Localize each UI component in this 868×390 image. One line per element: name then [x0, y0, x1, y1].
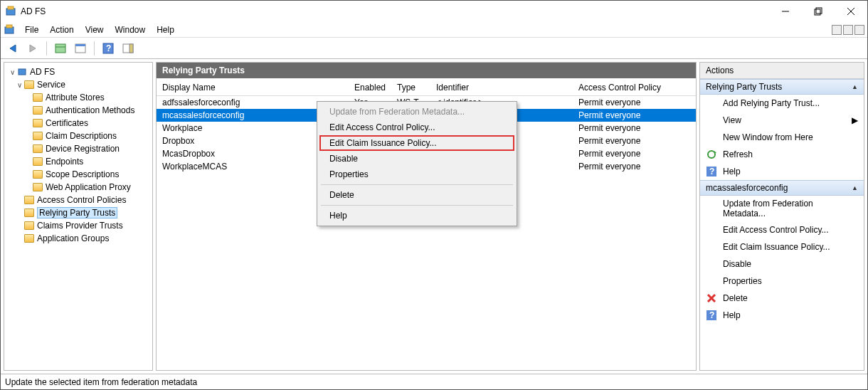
folder-icon	[33, 132, 43, 140]
actions-group-selected[interactable]: mcassalesforceconfig▲	[700, 180, 864, 196]
action-item[interactable]: Add Relying Party Trust...	[700, 95, 864, 112]
context-menu-item[interactable]: Edit Claim Issuance Policy...	[319, 135, 514, 151]
tree-item[interactable]: Scope Descriptions	[4, 168, 152, 181]
menu-file[interactable]: File	[19, 25, 44, 35]
svg-text:?: ?	[709, 310, 714, 320]
svg-marker-10	[30, 45, 36, 52]
minimize-button[interactable]	[769, 1, 802, 22]
tree-item[interactable]: Access Control Policies	[4, 194, 152, 206]
actions-header: Actions	[700, 63, 864, 79]
blank-icon	[706, 224, 717, 236]
help-icon: ?	[706, 166, 717, 177]
blank-icon	[706, 115, 717, 126]
action-item[interactable]: Update from Federation Metadata...	[700, 196, 864, 221]
blank-icon	[706, 98, 717, 109]
delete-icon	[706, 292, 717, 304]
close-button[interactable]	[835, 1, 867, 22]
collapse-icon: ▲	[852, 184, 858, 191]
submenu-arrow-icon: ▶	[852, 115, 858, 125]
blank-icon	[706, 132, 717, 143]
tree-item[interactable]: Web Application Proxy	[4, 181, 152, 194]
mdi-minimize-button[interactable]	[832, 25, 842, 35]
col-enabled[interactable]: Enabled	[354, 83, 397, 93]
context-menu-item[interactable]: Disable	[319, 151, 514, 167]
column-headers[interactable]: Display Name Enabled Type Identifier Acc…	[157, 78, 696, 96]
svg-rect-4	[816, 8, 822, 14]
collapse-icon: ▲	[852, 83, 858, 90]
context-menu-item[interactable]: Edit Access Control Policy...	[319, 120, 514, 135]
maximize-button[interactable]	[802, 1, 835, 22]
tree-item[interactable]: Attribute Stores	[4, 91, 152, 104]
tree-item[interactable]: Endpoints	[4, 155, 152, 168]
blank-icon	[706, 203, 717, 214]
tree-item[interactable]: Claim Descriptions	[4, 130, 152, 142]
svg-rect-1	[8, 6, 14, 9]
tree-service[interactable]: ∨Service	[4, 78, 152, 91]
action-item[interactable]: Delete	[700, 290, 864, 307]
svg-point-20	[708, 151, 715, 158]
center-header: Relying Party Trusts	[157, 63, 696, 78]
show-hide-tree-button[interactable]	[53, 41, 68, 56]
folder-icon	[33, 106, 43, 115]
menu-view[interactable]: View	[80, 25, 110, 35]
mdi-restore-button[interactable]	[843, 25, 853, 35]
col-display-name[interactable]: Display Name	[162, 83, 354, 93]
show-hide-action-pane-button[interactable]	[120, 41, 136, 56]
context-menu-item[interactable]: Help	[319, 208, 514, 223]
back-button[interactable]	[5, 41, 21, 56]
tree-item[interactable]: Claims Provider Trusts	[4, 219, 152, 232]
svg-rect-14	[75, 44, 85, 46]
tree-item[interactable]: Relying Party Trusts	[4, 206, 152, 219]
blank-icon	[706, 275, 717, 287]
tree-item[interactable]: Device Registration	[4, 142, 152, 155]
svg-rect-11	[55, 44, 65, 53]
app-icon	[5, 6, 16, 17]
context-menu-item[interactable]: Properties	[319, 167, 514, 182]
action-item[interactable]: Edit Claim Issuance Policy...	[700, 238, 864, 255]
statusbar: Update the selected item from federation…	[1, 374, 867, 389]
svg-marker-9	[10, 45, 16, 52]
refresh-icon	[706, 149, 717, 160]
titlebar: AD FS	[1, 1, 867, 22]
action-item[interactable]: ?Help	[700, 307, 864, 324]
actions-group-rpt[interactable]: Relying Party Trusts▲	[700, 79, 864, 95]
context-menu-item[interactable]: Delete	[319, 187, 514, 203]
folder-icon	[33, 157, 43, 166]
toolbar: ?	[1, 38, 867, 59]
menu-action[interactable]: Action	[44, 25, 79, 35]
tree-root[interactable]: ∨AD FS	[4, 65, 152, 78]
col-identifier[interactable]: Identifier	[436, 83, 578, 93]
folder-icon	[33, 170, 43, 179]
col-type[interactable]: Type	[397, 83, 436, 93]
action-item[interactable]: ?Help	[700, 163, 864, 180]
adfs-root-icon	[17, 66, 27, 78]
menu-window[interactable]: Window	[110, 25, 152, 35]
menu-help[interactable]: Help	[151, 25, 180, 35]
folder-icon	[24, 221, 34, 230]
forward-button[interactable]	[25, 41, 41, 56]
tree-item[interactable]: Authentication Methods	[4, 104, 152, 117]
svg-rect-3	[815, 9, 820, 15]
action-item[interactable]: View▶	[700, 112, 864, 129]
blank-icon	[706, 258, 717, 270]
action-item[interactable]: Properties	[700, 273, 864, 290]
tree-pane[interactable]: ∨AD FS ∨Service Attribute StoresAuthenti…	[4, 62, 153, 371]
help-icon: ?	[706, 310, 717, 321]
properties-button[interactable]	[73, 41, 88, 56]
tree-item[interactable]: Application Groups	[4, 232, 152, 245]
action-item[interactable]: Disable	[700, 255, 864, 273]
tree-item[interactable]: Certificates	[4, 117, 152, 130]
actions-pane: Actions Relying Party Trusts▲ Add Relyin…	[699, 62, 864, 371]
folder-icon	[33, 183, 43, 191]
action-item[interactable]: Edit Access Control Policy...	[700, 221, 864, 238]
help-button[interactable]: ?	[100, 41, 116, 56]
folder-icon	[33, 119, 43, 127]
mdi-close-button[interactable]	[854, 25, 864, 35]
action-item[interactable]: New Window from Here	[700, 129, 864, 146]
context-menu: Update from Federation Metadata...Edit A…	[317, 101, 517, 226]
col-access-control-policy[interactable]: Access Control Policy	[578, 83, 678, 93]
action-item[interactable]: Refresh	[700, 146, 864, 163]
center-pane: Relying Party Trusts Display Name Enable…	[156, 62, 697, 371]
folder-icon	[24, 209, 34, 217]
svg-text:?: ?	[709, 167, 714, 176]
